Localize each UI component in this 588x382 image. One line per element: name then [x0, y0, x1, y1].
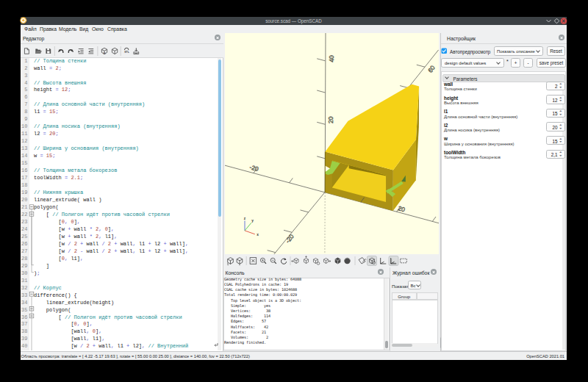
svg-text:y: y [251, 219, 254, 223]
svg-text:x: x [257, 233, 259, 237]
svg-text:3D: 3D [103, 52, 106, 55]
svg-text:20: 20 [328, 116, 335, 123]
svg-text:STL: STL [124, 51, 129, 54]
svg-text:40: 40 [328, 55, 335, 62]
